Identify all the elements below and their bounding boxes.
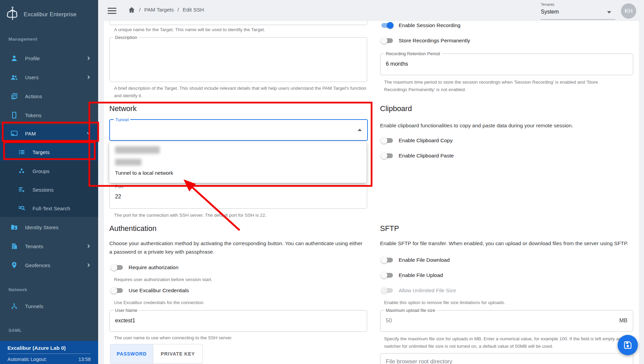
tab-private-key[interactable]: PRIVATE KEY [153, 344, 203, 364]
sidebar-item-groups[interactable]: Groups [0, 162, 98, 180]
enable-clipboard-paste-toggle[interactable] [381, 152, 394, 160]
sidebar-item-actions[interactable]: Actions [0, 87, 98, 105]
sidebar-item-label: Actions [25, 93, 42, 99]
description-label: Description [113, 35, 139, 40]
enable-session-recording-toggle[interactable] [381, 21, 394, 29]
tab-password[interactable]: PASSWORD [110, 344, 153, 364]
store-recordings-permanently-label: Store Recordings Permanently [399, 38, 470, 44]
avatar-initials: KH [625, 8, 633, 15]
brand-name: Excalibur Enterprise [24, 11, 76, 18]
recording-retention-period-value: 6 months [386, 61, 408, 67]
tunnel-options-menu: Tunnel to a local network [109, 142, 367, 183]
sessions-icon [18, 186, 25, 193]
require-authorization-row: Require authorization [111, 263, 178, 272]
enable-file-download-toggle[interactable] [381, 256, 394, 264]
require-authorization-helper: Requires user authorization before sessi… [114, 277, 212, 282]
groups-icon [18, 167, 25, 175]
chevron-right-icon [87, 56, 91, 60]
port-input[interactable]: Port 22 [109, 186, 367, 209]
footer-divider [7, 354, 91, 354]
enable-clipboard-paste-row: Enable Clipboard Paste [381, 151, 454, 160]
enable-file-upload-toggle[interactable] [381, 271, 394, 279]
sidebar-item-tunnels[interactable]: Tunnels [0, 297, 98, 315]
allow-unlimited-file-size-toggle [381, 286, 394, 295]
environment-name: Excalibur (Azure Lab 0) [7, 345, 66, 351]
maximum-upload-file-size-unit: MB [619, 318, 627, 324]
description-textarea[interactable]: Description [109, 37, 367, 82]
sidebar-item-label: Targets [32, 149, 50, 155]
sidebar-item-pam[interactable]: PAM [0, 125, 98, 142]
file-browser-root-directory-input[interactable]: File browser root directory [380, 353, 633, 364]
enable-file-download-row: Enable File Download [381, 255, 450, 265]
use-excalibur-credentials-toggle[interactable] [111, 286, 124, 295]
breadcrumb-current-page: Edit SSH [183, 7, 204, 13]
sidebar-item-label: Identity Stores [25, 224, 59, 230]
sidebar-item-tokens[interactable]: Tokens [0, 106, 98, 124]
sidebar-footer: Excalibur (Azure Lab 0) Automatic Logout… [0, 341, 98, 364]
store-recordings-permanently-toggle[interactable] [381, 37, 394, 45]
tunnel-option-redacted[interactable] [115, 159, 141, 166]
tunnels-network-icon [10, 302, 18, 310]
sidebar-item-label: Groups [32, 168, 49, 174]
enable-clipboard-paste-label: Enable Clipboard Paste [399, 153, 454, 159]
pam-screen-share-icon [10, 130, 18, 137]
target-name-input[interactable] [109, 21, 367, 25]
enable-clipboard-copy-label: Enable Clipboard Copy [399, 137, 452, 144]
chevron-right-icon [87, 244, 91, 248]
brand: Excalibur Enterprise [6, 6, 76, 23]
sidebar-item-users[interactable]: Users [0, 68, 98, 86]
use-excalibur-credentials-label: Use Excalibur Credentials [129, 287, 189, 294]
tunnel-option-redacted[interactable] [115, 146, 160, 154]
user-avatar[interactable]: KH [621, 3, 636, 19]
port-helper: The port for the connection with SSH ser… [114, 213, 266, 218]
save-button[interactable] [618, 335, 638, 355]
sidebar-item-label: Tenants [25, 243, 43, 249]
tunnel-select[interactable]: Tunnel [109, 119, 368, 141]
excalibur-cloud-sword-logo-icon [6, 6, 20, 23]
require-authorization-toggle[interactable] [111, 263, 124, 272]
sidebar-item-tenants[interactable]: Tenants [0, 237, 98, 255]
enable-clipboard-copy-toggle[interactable] [381, 136, 394, 145]
tenants-building-icon [10, 242, 18, 250]
sidebar-item-targets[interactable]: Targets [0, 143, 98, 161]
store-recordings-permanently-row: Store Recordings Permanently [381, 36, 470, 45]
user-name-value: exctest1 [115, 318, 135, 324]
home-icon[interactable] [128, 6, 135, 14]
sidebar-item-label: Geofences [25, 262, 50, 268]
sidebar-item-sessions[interactable]: Sessions [0, 181, 98, 198]
allow-unlimited-file-size-label: Allow Unlimited File Size [399, 287, 456, 294]
sidebar-section-saml: SAML [8, 328, 22, 333]
breadcrumb-separator: / [139, 7, 140, 13]
sftp-section-heading: SFTP [380, 224, 399, 233]
sidebar-item-full-text-search[interactable]: Full-Text Search [0, 199, 98, 217]
user-name-label: User Name [113, 307, 139, 313]
hamburger-menu-icon[interactable] [108, 7, 116, 16]
geofences-pin-icon [10, 261, 18, 269]
enable-file-upload-row: Enable File Upload [381, 271, 443, 280]
user-name-input[interactable]: User Name exctest1 [109, 310, 367, 332]
sidebar-item-label: PAM [25, 131, 36, 136]
tokens-icon [10, 111, 18, 119]
sidebar-item-identity-stores[interactable]: Identity Stores [0, 218, 98, 236]
tenant-selected-value: System [541, 9, 559, 15]
sidebar-item-geofences[interactable]: Geofences [0, 256, 98, 274]
sidebar-item-profile[interactable]: Profile [0, 49, 98, 67]
enable-clipboard-copy-row: Enable Clipboard Copy [381, 136, 452, 145]
authentication-section-heading: Authentication [109, 224, 156, 233]
tenant-select-underline [540, 19, 615, 20]
maximum-upload-file-size-input[interactable]: Maximum upload file size 50 MB [380, 310, 633, 332]
sidebar-item-label: Tokens [25, 112, 42, 118]
breadcrumb-section[interactable]: PAM Targets [144, 7, 174, 13]
breadcrumb-separator: / [178, 7, 179, 13]
sidebar-item-label: Users [25, 74, 39, 80]
tenants-select-label: Tenants [541, 2, 554, 6]
sidebar: Excalibur Enterprise Management Profile … [0, 0, 98, 364]
full-text-search-icon [18, 205, 25, 212]
file-browser-root-directory-placeholder: File browser root directory [386, 358, 452, 364]
tunnel-option-local-network[interactable]: Tunnel to a local network [115, 170, 173, 176]
recording-retention-period-select[interactable]: Recording Retention Period 6 months [380, 53, 633, 75]
allow-unlimited-file-size-helper: Enable this option to remove file size l… [384, 300, 505, 305]
tenant-select[interactable]: System [541, 9, 615, 15]
clipboard-section-heading: Clipboard [380, 104, 412, 113]
save-icon [623, 341, 632, 349]
